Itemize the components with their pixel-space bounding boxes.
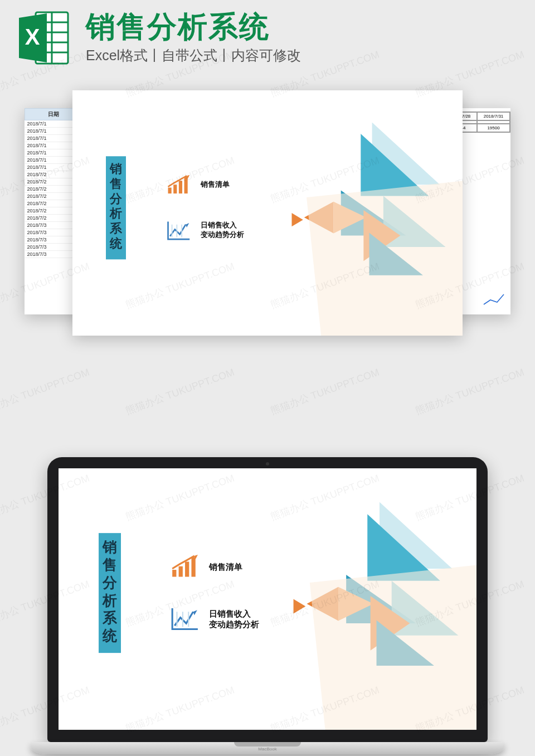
watermark-text: 熊猫办公 TUKUPPT.COM	[414, 365, 526, 417]
vertical-title-char: 售	[103, 556, 117, 574]
vertical-title-char: 统	[110, 236, 122, 251]
link-text: 销售清单	[201, 180, 230, 190]
nav-links: 销售清单 日销售收入变动趋势分析	[166, 173, 244, 241]
vertical-title-char: 分	[103, 574, 117, 592]
vertical-title: 销售分析系统	[99, 534, 121, 653]
vertical-title-char: 销	[110, 162, 122, 177]
vertical-title-char: 析	[103, 592, 117, 610]
page-title: 销售分析系统	[86, 11, 519, 42]
vertical-title-char: 销	[103, 539, 117, 557]
vertical-title-char: 析	[110, 207, 122, 222]
watermark-text: 熊猫办公 TUKUPPT.COM	[124, 365, 236, 417]
svg-rect-8	[168, 188, 172, 194]
svg-rect-11	[184, 177, 188, 193]
page-subtitle: Excel格式丨自带公式丨内容可修改	[86, 46, 519, 65]
preview-stage: 日期 编 2018/7/1B-02018/7/1D-02018/7/1C-020…	[0, 89, 535, 357]
line-chart-icon	[166, 219, 191, 241]
sheet-preview-main: 销售分析系统 销售清单 日销售收入变动趋势分析	[72, 90, 463, 336]
vertical-title-char: 分	[110, 192, 122, 207]
vertical-title-char: 统	[103, 627, 117, 645]
svg-marker-31	[193, 610, 197, 616]
svg-text:X: X	[25, 25, 40, 49]
vertical-title-char: 系	[103, 609, 117, 627]
mini-val-2: 19500	[477, 124, 510, 132]
svg-marker-41	[294, 599, 306, 613]
svg-rect-28	[185, 562, 189, 577]
header: X 销售分析系统 Excel格式丨自带公式丨内容可修改	[0, 0, 535, 74]
svg-rect-9	[173, 185, 177, 193]
title-block: 销售分析系统 Excel格式丨自带公式丨内容可修改	[86, 11, 519, 65]
svg-rect-29	[191, 558, 195, 577]
link-sales-list[interactable]: 销售清单	[166, 173, 244, 196]
excel-icon: X	[16, 10, 71, 66]
triangle-decor	[234, 468, 476, 730]
svg-rect-26	[172, 570, 176, 576]
line-chart-icon	[170, 606, 199, 632]
growth-chart-icon	[170, 554, 199, 579]
laptop-label: MacBook	[258, 747, 276, 752]
link-daily-trend[interactable]: 日销售收入变动趋势分析	[166, 219, 244, 241]
mini-head-2: 2018/7/31	[477, 112, 510, 120]
svg-rect-27	[179, 566, 183, 577]
vertical-title: 销售分析系统	[106, 156, 126, 259]
svg-marker-13	[186, 223, 189, 227]
camera-icon	[266, 462, 269, 466]
svg-rect-10	[179, 181, 182, 193]
triangle-decor	[236, 90, 463, 336]
watermark-text: 熊猫办公 TUKUPPT.COM	[269, 365, 381, 417]
growth-chart-icon	[166, 173, 191, 196]
svg-marker-23	[291, 213, 303, 226]
watermark-text: 熊猫办公 TUKUPPT.COM	[0, 365, 91, 417]
sparkline-icon	[483, 293, 505, 306]
vertical-title-char: 售	[110, 177, 122, 192]
laptop-mockup: 销售分析系统 销售清单 日销售收入变动趋势分析	[0, 457, 535, 754]
vertical-title-char: 系	[110, 222, 122, 237]
